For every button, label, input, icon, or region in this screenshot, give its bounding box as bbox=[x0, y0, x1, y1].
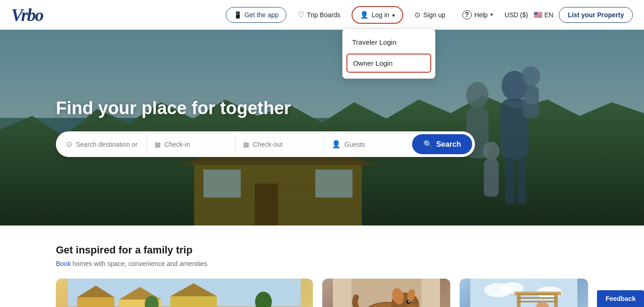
guests-input[interactable] bbox=[345, 141, 405, 148]
login-wrapper: Log in Traveler Login Owner Login bbox=[352, 6, 403, 24]
destination-field[interactable]: ⊙ bbox=[59, 135, 147, 153]
search-button[interactable]: 🔍 Search bbox=[412, 134, 472, 154]
svg-rect-46 bbox=[332, 279, 351, 307]
hero-title: Find your place for together bbox=[56, 98, 475, 118]
hero-section: Find your place for together ⊙ 👤 🔍 bbox=[0, 30, 644, 225]
dog-card[interactable] bbox=[322, 279, 451, 307]
hero-content: Find your place for together ⊙ 👤 🔍 bbox=[56, 98, 475, 157]
language-selector[interactable]: EN bbox=[534, 11, 553, 19]
trip-boards-button[interactable]: Trip Boards bbox=[292, 7, 346, 23]
phone-icon bbox=[234, 11, 242, 19]
pool-card[interactable] bbox=[460, 279, 588, 307]
trip-boards-label: Trip Boards bbox=[307, 11, 340, 19]
checkin-field[interactable] bbox=[147, 136, 236, 153]
inspiration-cards bbox=[56, 279, 588, 307]
help-icon bbox=[462, 10, 472, 20]
logo-rbo: rbo bbox=[21, 5, 43, 25]
guests-field[interactable]: 👤 bbox=[324, 135, 412, 153]
signup-label: Sign up bbox=[423, 11, 445, 19]
checkout-calendar-icon bbox=[243, 140, 249, 149]
checkout-field[interactable] bbox=[236, 136, 324, 153]
help-chevron-icon: ▾ bbox=[490, 12, 493, 18]
search-bar: ⊙ 👤 🔍 Search bbox=[56, 131, 475, 157]
section-title: Get inspired for a family trip bbox=[56, 244, 588, 256]
section-subtitle: Book homes with space, convenience and a… bbox=[56, 260, 588, 267]
flag-icon bbox=[534, 11, 542, 19]
login-label: Log in bbox=[372, 11, 389, 19]
list-property-label: List your Property bbox=[568, 11, 624, 19]
help-button[interactable]: Help ▾ bbox=[457, 7, 499, 23]
svg-rect-58 bbox=[517, 301, 558, 302]
login-button[interactable]: Log in bbox=[352, 6, 403, 24]
destination-input[interactable] bbox=[76, 141, 139, 148]
signup-icon bbox=[414, 11, 420, 19]
book-text[interactable]: Book bbox=[56, 260, 71, 267]
traveler-login-item[interactable]: Traveler Login bbox=[343, 33, 435, 52]
heart-icon bbox=[298, 10, 304, 19]
svg-rect-57 bbox=[517, 297, 558, 299]
search-button-label: Search bbox=[436, 140, 461, 149]
currency-label: USD ($) bbox=[504, 11, 528, 19]
owner-login-label: Owner Login bbox=[353, 59, 393, 67]
checkin-calendar-icon bbox=[155, 140, 161, 149]
svg-rect-24 bbox=[170, 296, 217, 307]
checkout-input[interactable] bbox=[253, 141, 316, 148]
navbar: Vrbo Get the app Trip Boards Log in Trav… bbox=[0, 0, 644, 30]
vrbo-logo[interactable]: Vrbo bbox=[11, 6, 43, 24]
inspiration-section: Get inspired for a family trip Book home… bbox=[0, 225, 644, 307]
traveler-login-label: Traveler Login bbox=[352, 38, 396, 46]
svg-rect-56 bbox=[517, 293, 558, 295]
location-icon: ⊙ bbox=[66, 140, 72, 149]
logo-v: V bbox=[11, 5, 21, 25]
help-label: Help bbox=[475, 11, 488, 19]
owner-login-item[interactable]: Owner Login bbox=[346, 54, 431, 73]
svg-point-41 bbox=[408, 301, 409, 302]
navbar-right: Get the app Trip Boards Log in Traveler … bbox=[226, 6, 633, 24]
subtitle-rest: homes with space, convenience and amenit… bbox=[73, 260, 208, 267]
search-icon: 🔍 bbox=[423, 140, 433, 149]
list-property-button[interactable]: List your Property bbox=[559, 7, 633, 23]
svg-rect-47 bbox=[421, 279, 440, 307]
checkin-input[interactable] bbox=[164, 141, 228, 148]
svg-rect-18 bbox=[77, 297, 115, 307]
login-dropdown: Traveler Login Owner Login bbox=[342, 28, 435, 79]
guests-icon: 👤 bbox=[332, 140, 341, 149]
language-label: EN bbox=[544, 11, 553, 19]
signup-button[interactable]: Sign up bbox=[409, 7, 451, 23]
feedback-label: Feedback bbox=[605, 295, 636, 302]
chevron-down-icon bbox=[392, 11, 395, 19]
get-app-button[interactable]: Get the app bbox=[226, 7, 286, 23]
feedback-button[interactable]: Feedback bbox=[597, 290, 644, 307]
currency-selector[interactable]: USD ($) bbox=[504, 11, 528, 19]
user-icon bbox=[360, 11, 369, 19]
get-app-label: Get the app bbox=[244, 11, 278, 19]
houses-card[interactable] bbox=[56, 279, 313, 307]
